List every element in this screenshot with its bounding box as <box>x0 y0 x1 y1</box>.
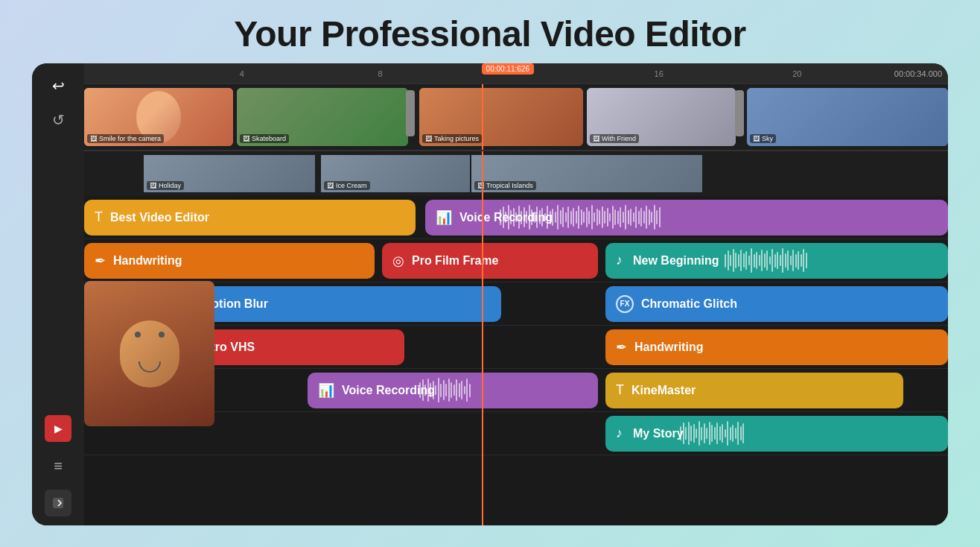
video-icon[interactable]: ▶ <box>45 415 71 442</box>
track-handwriting-label: Handwriting <box>113 254 182 268</box>
clip-skate-label: Skateboard <box>252 135 286 142</box>
track-chromaticglitch-label: Chromatic Glitch <box>641 297 737 311</box>
trim-handle-1[interactable] <box>406 90 415 136</box>
sidebar: ↩ ↺ ▶ ≡ <box>32 63 84 525</box>
main-content: 4 8 16 20 ····················· 00:00:11… <box>84 63 948 525</box>
track-mystory[interactable]: ♪ My Story <box>605 416 948 452</box>
clip-skate[interactable]: 🖼 Skateboard <box>237 88 408 146</box>
clip-tropical-label: Tropical Islands <box>486 182 533 189</box>
track-text1[interactable]: T Best Video Editor <box>84 200 416 235</box>
clip-tropical[interactable]: 🖼 Tropical Islands <box>471 155 702 192</box>
total-time: 00:00:34.000 <box>894 69 942 78</box>
playhead-line-tracks <box>482 196 483 525</box>
bottom-thumbnail <box>84 281 214 426</box>
waveform-icon-1: 📊 <box>436 209 452 226</box>
track-newbeginning-label: New Beginning <box>633 254 719 268</box>
handwriting2-icon: ✒ <box>616 339 627 355</box>
waveform-icon-2: 📊 <box>318 382 334 399</box>
clip-sky[interactable]: 🖼 Sky <box>747 88 948 146</box>
clip-icecream[interactable]: 🖼 Ice Cream <box>321 155 470 192</box>
playhead-line-broll <box>482 151 483 196</box>
clip-friend[interactable]: 🖼 With Friend <box>587 88 736 146</box>
filter-icon[interactable]: ≡ <box>45 452 71 479</box>
clip-holiday[interactable]: 🖼 Holiday <box>144 155 315 192</box>
clip-taking[interactable]: 🖼 Taking pictures <box>419 88 583 146</box>
timeline-tracks: T Best Video Editor 📊 Voice Recording ✒ <box>84 196 948 525</box>
track-text1-label: Best Video Editor <box>110 211 209 224</box>
track-profilm-label: Pro Film Frame <box>412 254 498 268</box>
app-container: ↩ ↺ ▶ ≡ 4 8 16 20 ········· <box>32 63 948 525</box>
track-voice2[interactable]: 📊 Voice Recording <box>308 373 598 408</box>
clip-smile[interactable]: 🖼 Smile for the camera <box>84 88 233 146</box>
track-voice1-label: Voice Recording <box>459 211 553 224</box>
clip-friend-label: With Friend <box>602 135 636 142</box>
track-row-2: ✒ Handwriting ◎ Pro Film Frame ♪ New Beg… <box>84 239 948 282</box>
text-icon: T <box>95 209 103 225</box>
export-icon[interactable] <box>45 490 71 516</box>
track-voice2-label: Voice Recording <box>342 384 435 397</box>
handwriting-icon: ✒ <box>95 253 106 269</box>
clip-taking-label: Taking pictures <box>434 135 479 142</box>
track-kinemaster[interactable]: T KineMaster <box>605 373 903 408</box>
video-clips-row: 🖼 Smile for the camera 🖼 Skateboard 🖼 Ta… <box>84 84 948 151</box>
profilm-icon: ◎ <box>392 253 404 269</box>
playhead-time: 00:00:11:626 <box>482 63 534 75</box>
ruler-mark-16: 16 <box>655 69 664 78</box>
kinemaster-icon: T <box>616 382 624 398</box>
track-chromaticglitch[interactable]: FX Chromatic Glitch <box>605 286 948 322</box>
track-motionblur[interactable]: FX Motion Blur <box>166 286 501 322</box>
trim-handle-2[interactable] <box>735 90 744 136</box>
ruler-mark-20: 20 <box>792 69 801 78</box>
broll-row: 🖼 Holiday 🖼 Ice Cream 🖼 Tropical Islands <box>84 151 948 196</box>
track-newbeginning[interactable]: ♪ New Beginning <box>605 243 948 279</box>
track-voice1[interactable]: 📊 Voice Recording <box>425 200 948 235</box>
fx-icon-2: FX <box>616 295 634 313</box>
music-icon-1: ♪ <box>616 253 623 268</box>
clip-icecream-label: Ice Cream <box>336 182 367 189</box>
timeline-header: 4 8 16 20 ····················· 00:00:11… <box>84 63 948 84</box>
ruler-mark-4: 4 <box>240 69 244 78</box>
page-title: Your Professional Video Editor <box>234 0 745 63</box>
track-handwriting2-label: Handwriting <box>634 341 703 354</box>
track-handwriting[interactable]: ✒ Handwriting <box>84 243 375 279</box>
undo-button[interactable]: ↩ <box>45 72 71 99</box>
track-handwriting2[interactable]: ✒ Handwriting <box>605 329 948 365</box>
track-kinemaster-label: KineMaster <box>631 384 696 397</box>
redo-button[interactable]: ↺ <box>45 107 71 133</box>
track-row-4: ◎ Retro VHS ✒ Handwriting <box>84 326 948 369</box>
music-icon-2: ♪ <box>616 426 623 441</box>
ruler-mark-8: 8 <box>378 69 382 78</box>
track-profilm[interactable]: ◎ Pro Film Frame <box>382 243 598 279</box>
clip-holiday-label: Holiday <box>159 182 181 189</box>
playhead-line-video <box>482 84 483 150</box>
clip-smile-label: Smile for the camera <box>99 135 161 142</box>
track-mystory-label: My Story <box>633 427 684 440</box>
clip-sky-label: Sky <box>762 135 773 142</box>
track-row-1: T Best Video Editor 📊 Voice Recording <box>84 196 948 239</box>
